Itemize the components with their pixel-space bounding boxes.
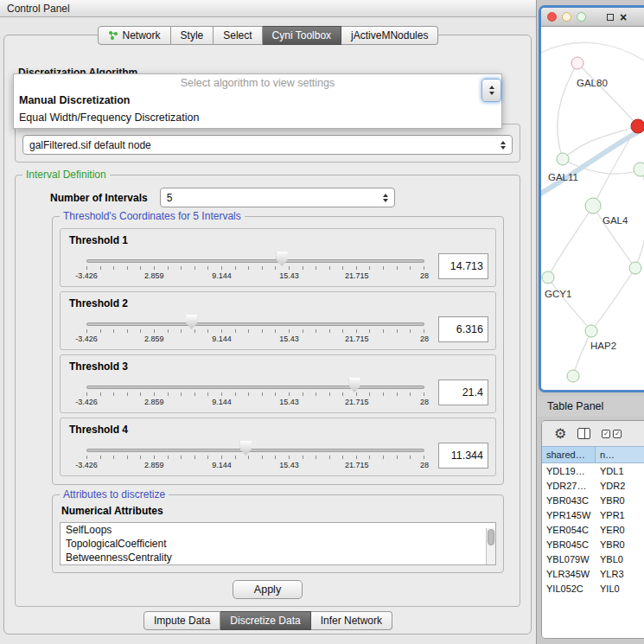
network-window-titlebar[interactable]: × bbox=[541, 8, 644, 27]
network-canvas[interactable]: GAL80GAL11GAL4GCY1HAP2 bbox=[541, 27, 644, 390]
network-edge[interactable] bbox=[577, 63, 638, 126]
table-panel-header[interactable]: Table Panel bbox=[537, 396, 644, 417]
attributes-list-scrollbar[interactable] bbox=[486, 528, 495, 564]
tick-mark bbox=[140, 456, 141, 459]
table-row[interactable]: YBR045CYBR0 bbox=[542, 537, 644, 552]
tab-impute-data[interactable]: Impute Data bbox=[143, 611, 220, 630]
network-edge[interactable] bbox=[541, 109, 644, 196]
tab-label: Style bbox=[181, 29, 204, 41]
column-header-shared-name[interactable]: shared… bbox=[542, 447, 596, 462]
tick-mark bbox=[86, 266, 87, 270]
threshold-1-value-field[interactable]: 14.713 bbox=[438, 253, 488, 279]
table-row[interactable]: YDL19…YDL1 bbox=[542, 463, 644, 478]
tab-label: Cyni Toolbox bbox=[272, 29, 331, 41]
zoom-traffic-light-icon[interactable] bbox=[577, 12, 586, 22]
algorithm-option-equal-width[interactable]: Equal Width/Frequency Discretization bbox=[14, 109, 501, 126]
table-row[interactable]: YIL052CYIL0 bbox=[542, 581, 644, 596]
table-row[interactable]: YBL079WYBL0 bbox=[542, 552, 644, 566]
slider-scale: -3.4262.8599.14415.4321.71528 bbox=[86, 335, 424, 345]
threshold-4-slider[interactable]: -3.4262.8599.14415.4321.71528 bbox=[86, 437, 424, 474]
select-columns-icon[interactable]: ✓ ✓ bbox=[602, 430, 622, 438]
network-node[interactable] bbox=[557, 153, 569, 165]
network-edge[interactable] bbox=[591, 268, 635, 331]
network-edge[interactable] bbox=[548, 277, 591, 331]
network-node[interactable] bbox=[585, 325, 597, 337]
apply-button[interactable]: Apply bbox=[233, 580, 303, 599]
tab-discretize-data[interactable]: Discretize Data bbox=[220, 611, 310, 630]
network-node[interactable] bbox=[571, 57, 583, 69]
network-edge[interactable] bbox=[635, 169, 644, 268]
table-row[interactable]: YBR043CYBR0 bbox=[542, 493, 644, 507]
table-cell: YBR043C bbox=[542, 495, 596, 506]
table-row[interactable]: YDR27…YDR2 bbox=[542, 478, 644, 493]
network-node[interactable] bbox=[634, 163, 644, 176]
table-row[interactable]: YPR145WYPR1 bbox=[542, 507, 644, 522]
slider-thumb[interactable] bbox=[349, 378, 360, 392]
close-window-icon[interactable]: × bbox=[620, 11, 627, 23]
tick-mark bbox=[424, 392, 424, 396]
tab-cyni-toolbox[interactable]: Cyni Toolbox bbox=[263, 26, 341, 45]
slider-track[interactable] bbox=[86, 386, 424, 389]
threshold-3-slider[interactable]: -3.4262.8599.14415.4321.71528 bbox=[86, 374, 424, 411]
slider-thumb[interactable] bbox=[186, 315, 197, 329]
scrollbar-thumb[interactable] bbox=[488, 529, 494, 545]
close-traffic-light-icon[interactable] bbox=[547, 12, 557, 22]
tick-mark bbox=[100, 456, 101, 459]
tab-infer-network[interactable]: Infer Network bbox=[311, 611, 392, 630]
tab-style[interactable]: Style bbox=[171, 26, 214, 45]
table-cell: YIL0 bbox=[596, 583, 644, 594]
minimize-traffic-light-icon[interactable] bbox=[562, 12, 571, 22]
slider-track[interactable] bbox=[86, 449, 424, 452]
threshold-1-title: Threshold 1 bbox=[69, 234, 488, 246]
column-header-name[interactable]: n… bbox=[596, 447, 644, 462]
network-edge[interactable] bbox=[573, 331, 591, 376]
threshold-4-title: Threshold 4 bbox=[69, 424, 488, 436]
slider-ticks bbox=[86, 266, 424, 270]
table-row[interactable]: YER054CYER0 bbox=[542, 522, 644, 537]
table-cell: YBR0 bbox=[596, 539, 644, 550]
gear-icon[interactable]: ⚙ bbox=[554, 427, 566, 441]
table-row[interactable]: YLR345WYLR3 bbox=[542, 566, 644, 581]
control-panel-titlebar[interactable]: Control Panel bbox=[0, 0, 536, 17]
tick-mark bbox=[342, 329, 343, 333]
number-of-intervals-combobox[interactable]: 5 bbox=[160, 188, 395, 207]
tick-mark bbox=[140, 266, 141, 270]
network-node[interactable] bbox=[631, 119, 644, 133]
slider-thumb[interactable] bbox=[240, 441, 252, 456]
algorithm-combobox-button[interactable] bbox=[481, 79, 501, 102]
show-columns-icon[interactable] bbox=[577, 428, 590, 439]
network-node[interactable] bbox=[629, 262, 641, 274]
numerical-attributes-list[interactable]: SelfLoopsTopologicalCoefficientBetweenne… bbox=[60, 522, 496, 565]
tab-jactivemnodules[interactable]: jActiveMNodules bbox=[341, 26, 438, 45]
threshold-2-value-field[interactable]: 6.316 bbox=[438, 316, 488, 342]
tick-mark bbox=[181, 392, 182, 396]
network-edge[interactable] bbox=[548, 206, 593, 277]
network-edge[interactable] bbox=[558, 63, 577, 159]
algorithm-placeholder-option[interactable]: Select algorithm to view settings bbox=[14, 74, 501, 92]
tick-mark bbox=[113, 266, 114, 270]
tick-mark bbox=[181, 329, 182, 333]
table-data-combobox[interactable]: galFiltered.sif default node bbox=[22, 135, 513, 155]
attribute-list-item[interactable]: TopologicalCoefficient bbox=[61, 537, 485, 551]
threshold-4-value-field[interactable]: 11.344 bbox=[438, 443, 488, 469]
slider-track[interactable] bbox=[86, 259, 424, 263]
network-edge[interactable] bbox=[541, 42, 644, 70]
tick-mark bbox=[329, 329, 330, 333]
attribute-list-item[interactable]: SelfLoops bbox=[61, 523, 485, 537]
threshold-2-slider[interactable]: -3.4262.8599.14415.4321.71528 bbox=[86, 311, 424, 348]
float-window-icon[interactable] bbox=[607, 14, 614, 21]
slider-thumb[interactable] bbox=[277, 252, 288, 266]
network-node[interactable] bbox=[567, 370, 579, 382]
slider-track[interactable] bbox=[86, 322, 424, 326]
algorithm-option-manual[interactable]: Manual Discretization bbox=[14, 92, 501, 109]
scale-label: 21.715 bbox=[345, 335, 369, 343]
tab-select[interactable]: Select bbox=[214, 26, 262, 45]
threshold-3-value-field[interactable]: 21.4 bbox=[438, 379, 488, 405]
threshold-1-slider[interactable]: -3.4262.8599.14415.4321.71528 bbox=[86, 248, 424, 284]
attribute-list-item[interactable]: BetweennessCentrality bbox=[61, 551, 485, 564]
network-node[interactable] bbox=[585, 198, 601, 214]
tick-mark bbox=[397, 392, 398, 396]
network-node[interactable] bbox=[542, 271, 554, 284]
table-cell: YBL079W bbox=[542, 554, 596, 564]
tab-network[interactable]: Network bbox=[98, 26, 171, 45]
